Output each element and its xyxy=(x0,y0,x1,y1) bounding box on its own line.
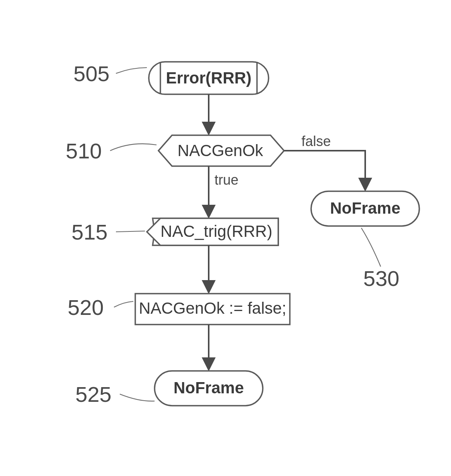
ref-530: 530 xyxy=(363,266,399,291)
lead-520 xyxy=(114,301,133,307)
node-nacgenok-decision: NACGenOk xyxy=(158,135,284,166)
lead-515 xyxy=(116,231,145,232)
node-noframe-bottom: NoFrame xyxy=(155,371,263,406)
lead-505 xyxy=(116,68,147,73)
lead-530 xyxy=(361,228,381,267)
flowchart-diagram: Error(RRR) 505 NACGenOk 510 true false N… xyxy=(0,0,451,476)
lead-510 xyxy=(110,144,157,151)
lead-525 xyxy=(120,394,155,401)
ref-520: 520 xyxy=(68,295,104,320)
node-noframe-right-text: NoFrame xyxy=(330,199,400,217)
node-error-rrr-text: Error(RRR) xyxy=(166,69,252,87)
node-error-rrr: Error(RRR) xyxy=(149,62,269,94)
node-assign-nacgenok: NACGenOk := false; xyxy=(135,294,290,325)
node-noframe-right: NoFrame xyxy=(311,191,419,226)
edge-false-label: false xyxy=(301,133,331,149)
ref-510: 510 xyxy=(66,139,102,163)
edge-true-label: true xyxy=(214,172,238,188)
ref-515: 515 xyxy=(71,220,107,244)
node-nacgenok-text: NACGenOk xyxy=(177,141,264,160)
ref-525: 525 xyxy=(75,382,111,406)
ref-505: 505 xyxy=(73,61,109,86)
node-noframe-bottom-text: NoFrame xyxy=(174,379,244,397)
node-nac-trig-text: NAC_trig(RRR) xyxy=(160,222,272,240)
node-nac-trig: NAC_trig(RRR) xyxy=(147,218,278,245)
edge-510-false xyxy=(284,151,365,189)
node-assign-text: NACGenOk := false; xyxy=(139,299,286,317)
